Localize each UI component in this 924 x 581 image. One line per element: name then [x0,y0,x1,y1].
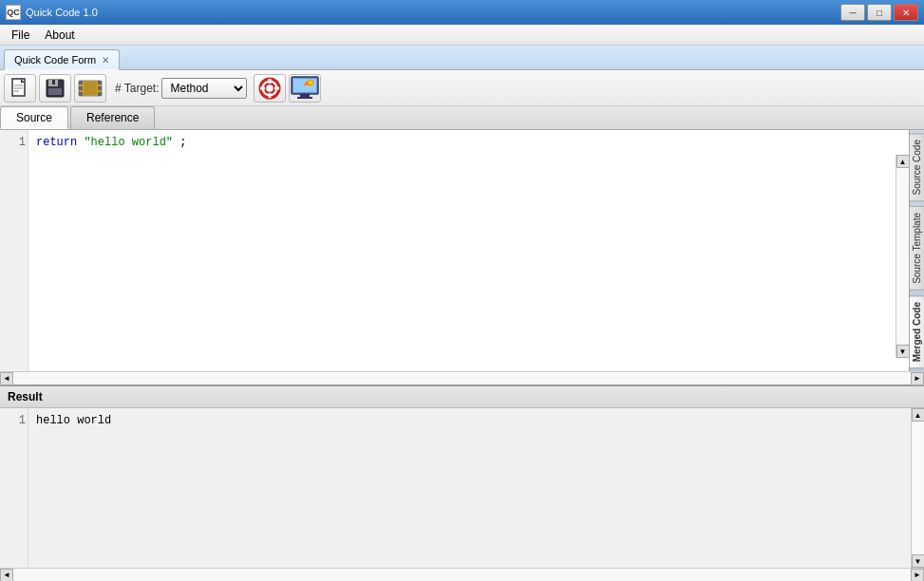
minimize-button[interactable]: ─ [840,4,865,21]
lifesaver-icon [258,77,281,100]
scroll-left-arrow[interactable]: ◄ [0,372,13,385]
result-scroll-down[interactable]: ▼ [912,554,925,568]
close-button[interactable]: ✕ [894,4,918,21]
film-icon [78,78,103,99]
result-scroll-up[interactable]: ▲ [912,408,925,422]
record-button[interactable] [74,74,106,103]
svg-rect-9 [79,81,83,84]
tab-bar: Quick Code Form ✕ [0,46,924,70]
menu-about[interactable]: About [37,27,82,44]
screen-button[interactable] [289,74,321,103]
floppy-icon [45,78,66,99]
editor-section: Source Reference 1 return "hello world" … [0,106,924,386]
window-tab-quickcode[interactable]: Quick Code Form ✕ [4,49,120,70]
main-container: Source Reference 1 return "hello world" … [0,106,924,581]
code-area[interactable]: return "hello world" ; [28,130,924,371]
right-panel: Source Code Source Template Merged Code [909,130,924,371]
svg-rect-14 [98,92,102,96]
new-doc-button[interactable] [4,74,36,103]
right-tab-merged-code[interactable]: Merged Code [909,295,924,368]
window-tab-label: Quick Code Form [14,54,96,66]
svg-rect-13 [98,86,102,90]
code-semicolon: ; [179,136,186,149]
result-scroll-track[interactable] [912,422,924,554]
tab-reference[interactable]: Reference [70,106,155,129]
title-bar-left: QC Quick Code 1.0 [6,5,98,20]
help-button[interactable] [254,74,286,103]
svg-rect-24 [300,94,310,97]
result-hscroll-track[interactable] [13,569,911,581]
window-tab-close[interactable]: ✕ [102,55,109,66]
svg-rect-10 [79,86,83,90]
editor-hscroll: ◄ ► [0,371,924,384]
svg-rect-11 [79,92,83,96]
editor-tabs: Source Reference [0,106,924,130]
editor-content: 1 return "hello world" ; ▲ ▼ Source Code… [0,130,924,371]
scroll-track-h[interactable] [13,372,911,384]
app-icon: QC [6,5,21,20]
result-scroll-left[interactable]: ◄ [0,569,13,582]
scroll-down-arrow[interactable]: ▼ [896,345,910,358]
menu-file[interactable]: File [4,27,37,44]
editor-vscroll: ▲ ▼ [896,155,909,358]
scroll-right-arrow[interactable]: ► [911,372,924,385]
result-line-numbers: 1 [0,408,28,568]
scroll-track-v[interactable] [896,168,909,345]
app-title: Quick Code 1.0 [26,7,98,18]
scroll-up-arrow[interactable]: ▲ [896,155,910,168]
result-scroll-right[interactable]: ► [911,569,924,582]
right-tab-source-code[interactable]: Source Code [909,133,924,201]
maximize-button[interactable]: □ [867,4,892,21]
line-numbers: 1 [0,130,28,371]
title-bar-controls: ─ □ ✕ [840,4,918,21]
result-content: 1 hello world ▲ ▼ [0,408,924,568]
result-header: Result [0,386,924,408]
result-section: Result 1 hello world ▲ ▼ ◄ ► [0,386,924,581]
svg-rect-6 [48,88,62,95]
title-bar: QC Quick Code 1.0 ─ □ ✕ [0,0,924,25]
svg-rect-12 [98,81,102,84]
target-label: # Target: [115,82,159,95]
svg-point-27 [308,80,313,85]
toolbar: # Target: Method Class Function [0,70,924,106]
svg-rect-15 [84,82,97,95]
save-button[interactable] [39,74,71,103]
svg-rect-25 [297,97,312,99]
target-select[interactable]: Method Class Function [161,78,247,99]
doc-icon [9,78,30,99]
screen-icon [290,75,320,102]
menu-bar: File About [0,25,924,46]
code-string: "hello world" [84,136,173,149]
result-hscroll: ◄ ► [0,568,924,581]
svg-rect-7 [52,80,55,84]
result-text: hello world [28,408,911,568]
tab-source[interactable]: Source [0,106,68,129]
result-vscroll: ▲ ▼ [911,408,924,568]
right-tab-source-template[interactable]: Source Template [909,206,924,290]
code-keyword: return [36,136,77,149]
